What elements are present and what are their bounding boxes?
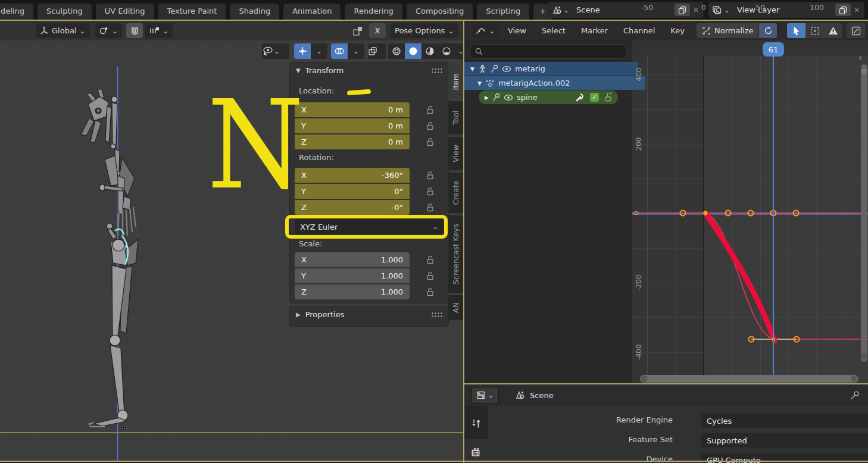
- tool-icon: [471, 418, 482, 429]
- warning-button[interactable]: [824, 23, 842, 38]
- sidebar-tab-create[interactable]: Create: [448, 173, 463, 213]
- channel-enable-checkbox[interactable]: ✓: [590, 93, 599, 102]
- select-tool-button[interactable]: [787, 23, 805, 38]
- graph-editor-plot[interactable]: [632, 40, 868, 384]
- pin-icon[interactable]: [850, 390, 860, 400]
- normalize-toggle[interactable]: Normalize: [697, 23, 758, 38]
- overlay-toggle-button[interactable]: [847, 23, 865, 38]
- unlock-icon[interactable]: [604, 93, 612, 102]
- menu-view[interactable]: View: [500, 26, 534, 35]
- lock-icon[interactable]: [422, 168, 438, 183]
- editor-type-dropdown[interactable]: ⌄: [472, 23, 500, 38]
- view-layer-selector[interactable]: ⌄ View Layer ✕: [708, 2, 864, 18]
- lock-icon[interactable]: [422, 200, 438, 215]
- scale-x-field[interactable]: X 1.000: [295, 252, 410, 267]
- collapse-sidebar-icon[interactable]: ‹: [858, 52, 862, 63]
- menu-key[interactable]: Key: [663, 26, 692, 35]
- shading-rendered-button[interactable]: [438, 43, 455, 59]
- editor-type-dropdown[interactable]: ⌄: [472, 387, 499, 403]
- sidebar-tab-tool[interactable]: Tool: [448, 101, 463, 134]
- scale-z-field[interactable]: Z 1.000: [295, 284, 410, 299]
- shading-dropdown[interactable]: ⌄: [455, 43, 467, 59]
- triangle-down-icon[interactable]: ▼: [470, 66, 474, 72]
- mirror-x-button[interactable]: X: [369, 23, 386, 38]
- tool-buttons: [787, 23, 865, 38]
- selectability-dropdown[interactable]: ⌄: [262, 43, 289, 59]
- snap-toggle[interactable]: [126, 23, 143, 38]
- transform-panel-header[interactable]: ▼ Transform: [290, 62, 448, 79]
- channel-row-action[interactable]: ▼ metarigAction.002: [464, 76, 645, 90]
- pose-options-dropdown[interactable]: Pose Options ⌄: [391, 23, 458, 38]
- current-frame-badge[interactable]: 61: [763, 42, 784, 57]
- scale-y-field[interactable]: Y 1.000: [295, 268, 410, 283]
- show-gizmos-toggle[interactable]: [294, 43, 311, 59]
- shading-wireframe-button[interactable]: [388, 43, 405, 59]
- shading-solid-button[interactable]: [405, 43, 421, 59]
- lock-icon[interactable]: [422, 118, 438, 133]
- scene-icon[interactable]: ⌄: [548, 5, 573, 15]
- rotation-label: Rotation:: [299, 153, 334, 162]
- lock-icon[interactable]: [422, 284, 438, 299]
- proportional-edit-icon[interactable]: [352, 26, 363, 36]
- shading-material-button[interactable]: [421, 43, 438, 59]
- tab-texture-paint[interactable]: Texture Paint: [158, 4, 226, 20]
- tab-uv-editing[interactable]: UV Editing: [96, 4, 154, 20]
- lock-icon[interactable]: [422, 268, 438, 283]
- triangle-right-icon[interactable]: ▶: [485, 95, 489, 101]
- menu-channel[interactable]: Channel: [616, 26, 663, 35]
- location-y-field[interactable]: Y 0 m: [295, 118, 410, 133]
- location-x-field[interactable]: X 0 m: [295, 102, 410, 117]
- overlays-dropdown[interactable]: ⌄: [348, 43, 364, 59]
- lock-icon[interactable]: [422, 102, 438, 117]
- lock-icon[interactable]: [422, 134, 438, 149]
- new-view-layer-button[interactable]: [835, 4, 851, 16]
- tab-sculpting[interactable]: Sculpting: [38, 4, 92, 20]
- view-layer-icon[interactable]: ⌄: [708, 5, 733, 15]
- channel-row-metarig[interactable]: ▼ metarig: [464, 62, 638, 76]
- tab-shading[interactable]: Shading: [230, 4, 279, 20]
- sidebar-tab-item[interactable]: Item: [448, 64, 463, 99]
- breadcrumb-label[interactable]: Scene: [530, 391, 554, 400]
- sidebar-tab-screencast-keys[interactable]: Screencast Keys: [448, 215, 463, 293]
- graph-editor-ruler[interactable]: [632, 40, 868, 56]
- render-engine-dropdown[interactable]: Cycles ⌄: [701, 414, 868, 428]
- snap-target-dropdown[interactable]: ⌄: [145, 23, 173, 38]
- feature-set-dropdown[interactable]: Supported ⌄: [701, 433, 868, 448]
- tab-render-properties[interactable]: [464, 439, 488, 463]
- rotation-x-field[interactable]: X -360°: [295, 168, 410, 183]
- gizmos-dropdown[interactable]: ⌄: [311, 43, 327, 59]
- panel-drag-handle[interactable]: [431, 68, 442, 73]
- tab-modeling[interactable]: deling: [0, 4, 33, 20]
- rotation-z-field[interactable]: Z -0°: [295, 200, 410, 215]
- scene-name[interactable]: Scene: [573, 5, 675, 14]
- lock-icon[interactable]: [422, 184, 438, 199]
- triangle-down-icon[interactable]: ▼: [477, 80, 482, 86]
- panel-drag-handle[interactable]: [431, 312, 442, 317]
- sidebar-tab-view[interactable]: View: [448, 137, 463, 170]
- scene-selector[interactable]: ⌄ Scene ✕: [548, 2, 704, 18]
- show-overlays-toggle[interactable]: [331, 43, 348, 59]
- remove-view-layer-icon[interactable]: ✕: [853, 6, 864, 14]
- tab-compositing[interactable]: Compositing: [407, 4, 473, 20]
- tab-rendering[interactable]: Rendering: [345, 4, 402, 20]
- rotation-y-field[interactable]: Y 0°: [295, 184, 410, 199]
- properties-subpanel[interactable]: ▶ Properties: [290, 306, 448, 326]
- modifiers-wrench-icon[interactable]: [576, 93, 585, 102]
- auto-normalize-toggle[interactable]: [759, 23, 777, 38]
- tab-scripting[interactable]: Scripting: [477, 4, 529, 20]
- sidebar-tab-an[interactable]: AN: [448, 295, 463, 320]
- tab-tool-properties[interactable]: [464, 411, 488, 437]
- pivot-point-dropdown[interactable]: ⌄: [95, 23, 122, 38]
- new-scene-button[interactable]: [675, 4, 690, 16]
- tab-animation[interactable]: Animation: [283, 4, 341, 20]
- channel-search-input[interactable]: [469, 44, 627, 59]
- menu-marker[interactable]: Marker: [573, 26, 616, 35]
- transform-orientation-dropdown[interactable]: Global ⌄: [36, 23, 90, 38]
- lock-icon[interactable]: [422, 252, 438, 267]
- graph-editor-header: ⌄ View Select Marker Channel Key Normali…: [464, 21, 868, 40]
- box-select-button[interactable]: [805, 23, 824, 38]
- xray-toggle[interactable]: [368, 43, 386, 59]
- location-z-field[interactable]: Z 0 m: [295, 134, 410, 149]
- menu-select[interactable]: Select: [534, 26, 573, 35]
- channel-row-spine[interactable]: ▶ spine ✓: [479, 90, 618, 104]
